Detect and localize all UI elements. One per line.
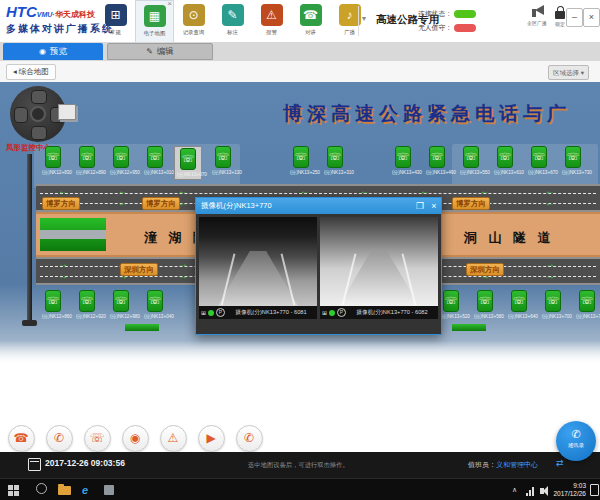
edge-browser-icon[interactable]: e <box>82 483 88 497</box>
lane-arrow-icon: → <box>58 260 68 268</box>
phone-station[interactable]: ☏(分)NK13+640 <box>506 290 532 320</box>
station-label: (分)NK13+580 <box>474 314 496 320</box>
phone-icon: ☏ <box>579 290 595 312</box>
pole-base <box>22 320 37 326</box>
station-label: (分)NK13+670 <box>528 170 550 176</box>
phone-station[interactable]: ☏(分)NK13+490 <box>424 146 450 176</box>
grid-icon[interactable]: ⊞ <box>322 309 327 316</box>
maximize-icon[interactable]: ❐ <box>413 201 427 211</box>
lane-arrow-icon: ← <box>118 199 128 207</box>
toolbar-records-icon: ⊙ <box>183 4 205 26</box>
tray-caret-icon[interactable]: ∧ <box>512 483 517 497</box>
app-icon[interactable] <box>104 483 114 495</box>
lane-arrow-icon: → <box>178 260 188 268</box>
toolbar-item-map[interactable]: ×▦电子地图 <box>135 0 174 42</box>
broadcast-all-button[interactable]: 全区广播 <box>524 6 550 27</box>
minimize-button[interactable]: – <box>566 8 583 27</box>
phone-station[interactable]: ☏(分)NK13+010 <box>142 146 168 176</box>
preset-icon[interactable]: P <box>216 308 225 317</box>
phone-station[interactable]: ☏(分)NK13+250 <box>288 146 314 176</box>
phone-station[interactable]: ☏(分)NK12+860 <box>40 290 66 320</box>
control-icon: ✆ <box>46 425 73 452</box>
map-title: 博深高速公路紧急电话与广 <box>283 101 571 127</box>
station-label: (分)NK13+760 <box>576 314 598 320</box>
separator <box>358 6 359 36</box>
toolbar-item-general[interactable]: ⊞常规 <box>96 0 135 42</box>
start-button[interactable] <box>8 485 19 496</box>
close-icon[interactable]: × <box>427 201 441 211</box>
station-label: (分)NK13+250 <box>290 170 312 176</box>
phone-station[interactable]: ☏(分)NK12+830 <box>40 146 66 176</box>
search-icon[interactable] <box>36 483 47 494</box>
phone-icon: ☏ <box>327 146 343 168</box>
phone-station[interactable]: ☏(分)NK13+310 <box>322 146 348 176</box>
popup-body: ⊞P摄像机(分)NK13+770 - 6081⊞P摄像机(分)NK13+770 … <box>196 214 441 322</box>
tunnel-portal <box>40 218 106 251</box>
phone-station[interactable]: ☏(分)NK13+550 <box>458 146 484 176</box>
network-icon[interactable] <box>526 483 534 496</box>
close-tab-icon[interactable]: × <box>167 0 172 8</box>
phone-station[interactable]: ☏(分)NK13+670 <box>526 146 552 176</box>
phone-station[interactable]: ☏(分)NK13+760 <box>574 290 600 320</box>
breadcrumb[interactable]: ◂ 综合地图 <box>6 64 56 80</box>
phone-icon: ☏ <box>180 148 196 170</box>
map-canvas[interactable]: 博深高速公路紧急电话与广 凤形监控中心 潼 湖 隧 道 洞 山 隧 道 <box>0 82 600 363</box>
grid-icon[interactable]: ⊞ <box>201 309 206 316</box>
phone-icon: ☏ <box>79 290 95 312</box>
phone-icon: ☏ <box>477 290 493 312</box>
toolbar-item-alarm[interactable]: ⚠报警 <box>252 0 291 42</box>
station-label: (分)NK13+550 <box>460 170 482 176</box>
connect-status-label: 连接状态： <box>418 9 452 19</box>
preset-icon[interactable]: P <box>337 308 346 317</box>
phone-station[interactable]: ☏(分)NK13+430 <box>390 146 416 176</box>
phone-station[interactable]: ☏(分)NK13+730 <box>560 146 586 176</box>
toolbar-item-intercom[interactable]: ☎对讲 <box>291 0 330 42</box>
volume-icon[interactable] <box>540 483 544 494</box>
station-label: (分)NK12+830 <box>42 170 64 176</box>
phone-station[interactable]: ☏(分)NK13+130 <box>210 146 236 176</box>
switch-arrow-icon[interactable]: ⇄ <box>556 458 564 468</box>
toolbar-mark-icon: ✎ <box>222 4 244 26</box>
phone-station[interactable]: ☏(分)NK13+580 <box>472 290 498 320</box>
station-label: (分)NK13+040 <box>144 314 166 320</box>
phone-icon: ☏ <box>293 146 309 168</box>
close-button[interactable]: × <box>583 8 600 27</box>
phone-station[interactable]: ☏(分)NK12+920 <box>74 290 100 320</box>
eye-icon: ◉ <box>39 47 46 56</box>
video-caption-bar: ⊞P摄像机(分)NK13+770 - 6081 <box>199 306 317 319</box>
phone-station[interactable]: ☏(分)NK13+070 <box>174 146 202 180</box>
datetime-text: 2017-12-26 09:03:56 <box>45 458 125 468</box>
phone-icon: ☏ <box>79 146 95 168</box>
chevron-down-icon[interactable]: ▾ <box>362 14 366 23</box>
camera-popup-window[interactable]: 摄像机(分)NK13+770 ❐ × ⊞P摄像机(分)NK13+770 - 60… <box>195 197 442 335</box>
popup-titlebar[interactable]: 摄像机(分)NK13+770 ❐ × <box>196 198 441 214</box>
toolbar-item-records[interactable]: ⊙记录查询 <box>174 0 213 42</box>
phone-station[interactable]: ☏(分)NK13+610 <box>492 146 518 176</box>
phone-station[interactable]: ☏(分)NK13+040 <box>142 290 168 320</box>
lane-arrow-icon: ← <box>118 187 128 195</box>
station-label: (分)NK13+520 <box>440 314 462 320</box>
taskbar-clock[interactable]: 9:032017/12/26 <box>552 482 586 498</box>
phone-icon: ☏ <box>147 290 163 312</box>
phone-icon: ☏ <box>443 290 459 312</box>
popup-title: 摄像机(分)NK13+770 <box>196 201 413 211</box>
notification-center-icon[interactable] <box>590 484 599 496</box>
file-explorer-icon[interactable] <box>58 483 71 495</box>
direction-badge: 深圳方向 <box>120 263 158 276</box>
control-icon: ☏ <box>84 425 111 452</box>
tab-edit[interactable]: ✎编辑 <box>107 43 213 60</box>
operator-link[interactable]: 义和管理中心 <box>496 461 538 468</box>
unattended-label: 无人值守： <box>418 23 452 33</box>
region-select-button[interactable]: 区域选择 ▾ <box>548 65 589 80</box>
toolbar-item-mark[interactable]: ✎标注 <box>213 0 252 42</box>
phone-station[interactable]: ☏(分)NK12+890 <box>74 146 100 176</box>
main-toolbar: ⊞常规×▦电子地图⊙记录查询✎标注⚠报警☎对讲♪广播 <box>96 0 369 42</box>
phone-station[interactable]: ☏(分)NK13+700 <box>540 290 566 320</box>
video-panel[interactable]: ⊞P摄像机(分)NK13+770 - 6082 <box>320 217 438 319</box>
phone-station[interactable]: ☏(分)NK12+950 <box>108 146 134 176</box>
tab-preview[interactable]: ◉预览 <box>3 43 103 60</box>
phone-station[interactable]: ☏(分)NK12+980 <box>108 290 134 320</box>
contacts-button[interactable]: ✆ 通讯录 <box>556 421 596 461</box>
video-panel[interactable]: ⊞P摄像机(分)NK13+770 - 6081 <box>199 217 317 319</box>
station-label: (分)NK13+070 <box>177 172 199 178</box>
